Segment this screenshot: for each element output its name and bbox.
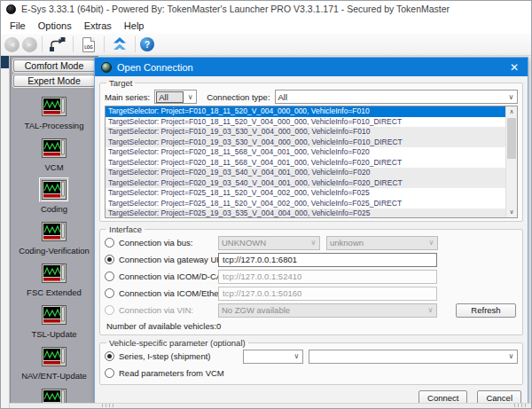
main-series-label: Main series: bbox=[105, 92, 150, 102]
sidebar-item-label: NAV/ENT-Update bbox=[21, 371, 87, 381]
series-istep-row: Series, I-step (shipment) ∨ ∨ bbox=[105, 348, 518, 365]
target-selector-row[interactable]: TargetSelector: Project=F025_18_11_520_V… bbox=[106, 188, 505, 199]
target-legend: Target bbox=[106, 78, 135, 88]
icom-ethernet-label: Connection via ICOM/Ethernet: bbox=[119, 288, 218, 298]
chevron-down-icon: ∨ bbox=[426, 239, 437, 247]
sidebar: Comfort Mode Expert Mode TAL-Processing … bbox=[10, 56, 98, 408]
series-istep-label: Series, I-step (shipment) bbox=[119, 351, 243, 361]
menu-extras[interactable]: Extras bbox=[78, 19, 118, 33]
icom-ethernet-radio[interactable] bbox=[105, 288, 114, 298]
scroll-grip bbox=[102, 404, 116, 407]
main-series-combo[interactable]: All ∨ bbox=[154, 90, 197, 104]
vin-radio bbox=[105, 305, 114, 315]
chevron-down-icon: ∨ bbox=[505, 93, 517, 101]
target-selector-row[interactable]: TargetSelector: Project=F010_19_03_530_V… bbox=[106, 127, 505, 138]
close-icon[interactable]: ✕ bbox=[507, 61, 521, 74]
workspace: Comfort Mode Expert Mode TAL-Processing … bbox=[1, 56, 531, 408]
dialog-title: Open Connection bbox=[117, 62, 193, 73]
bus-radio[interactable] bbox=[105, 238, 114, 248]
open-connection-dialog: Open Connection ✕ Target Main series: Al… bbox=[94, 57, 528, 405]
sidebar-item-nav-ent-update[interactable]: NAV/ENT-Update bbox=[12, 344, 96, 381]
interface-legend: Interface bbox=[106, 224, 145, 234]
target-selector-row[interactable]: TargetSelector: Project=F010_18_11_520_V… bbox=[106, 106, 505, 117]
icom-ethernet-input: tcp://127.0.0.1:50160 bbox=[218, 287, 437, 301]
esys-dialog-icon bbox=[101, 62, 112, 73]
target-selector-rows: TargetSelector: Project=F010_18_11_520_V… bbox=[106, 106, 505, 217]
vehicle-params-group: Vehicle-specific parameter (optional) Se… bbox=[99, 338, 523, 385]
list-vertical-scrollbar[interactable]: ∧ ∨ bbox=[505, 106, 517, 217]
toolbar-separator bbox=[42, 36, 43, 52]
log-file-icon[interactable]: LOG bbox=[78, 35, 99, 54]
sidebar-item-label: FSC Extended bbox=[27, 287, 82, 297]
left-panel-strip bbox=[1, 56, 10, 408]
launcher-chevrons-icon[interactable] bbox=[109, 35, 130, 54]
menu-help[interactable]: Help bbox=[118, 19, 151, 33]
target-selector-row[interactable]: TargetSelector: Project=F020_19_03_540_V… bbox=[106, 178, 505, 189]
read-params-vcm-row: Read parameters from VCM bbox=[105, 365, 518, 381]
open-connection-icon[interactable] bbox=[47, 35, 68, 54]
scrollbar-thumb[interactable] bbox=[507, 118, 516, 159]
chevron-down-icon: ∨ bbox=[184, 93, 196, 101]
bus-label: Connection via bus: bbox=[119, 238, 218, 248]
connection-via-gateway-row: Connection via gateway URL: tcp://127.0.… bbox=[105, 251, 518, 268]
bus-combo-2: unknown ∨ bbox=[326, 236, 438, 250]
chevron-down-icon: ∨ bbox=[425, 306, 436, 314]
back-icon[interactable]: ◄ bbox=[4, 37, 20, 52]
target-selector-row[interactable]: TargetSelector: Project=F020_18_11_568_V… bbox=[106, 158, 505, 169]
menu-bar: File Options Extras Help bbox=[1, 17, 531, 34]
target-selector-row[interactable]: TargetSelector: Project=F020_19_03_540_V… bbox=[106, 168, 505, 178]
sidebar-item-tal-processing[interactable]: TAL-Processing bbox=[12, 94, 96, 130]
sidebar-item-label: VCM bbox=[44, 162, 63, 172]
bus-combo-1: UNKNOWN ∨ bbox=[218, 236, 320, 250]
read-params-vcm-radio[interactable] bbox=[105, 368, 114, 378]
connection-via-icom-ethernet-row: Connection via ICOM/Ethernet: tcp://127.… bbox=[105, 285, 518, 302]
gateway-url-input[interactable]: tcp://127.0.0.1:6801 bbox=[218, 253, 437, 267]
vehicle-params-legend: Vehicle-specific parameter (optional) bbox=[106, 338, 248, 348]
toolbar-separator bbox=[104, 36, 105, 52]
comfort-mode-button[interactable]: Comfort Mode bbox=[13, 59, 95, 72]
target-selector-row[interactable]: TargetSelector: Project=F020_18_11_568_V… bbox=[106, 147, 505, 158]
icom-dcan-radio[interactable] bbox=[105, 271, 114, 281]
read-params-vcm-label: Read parameters from VCM bbox=[119, 368, 224, 378]
ecu-monitor-icon bbox=[39, 94, 69, 119]
connection-via-icom-dcan-row: Connection via ICOM/D-CAN: tcp://127.0.0… bbox=[105, 268, 518, 285]
series-combo[interactable]: ∨ bbox=[243, 350, 303, 364]
scroll-up-icon[interactable]: ∧ bbox=[506, 106, 517, 117]
toolbar-separator bbox=[73, 36, 74, 52]
app-window: E-Sys 3.33.1 (64bit) - Powered By: Token… bbox=[0, 0, 532, 409]
chevron-down-icon: ∨ bbox=[308, 239, 319, 247]
bottom-scroll-strip[interactable] bbox=[10, 403, 531, 408]
connection-via-vin-row: Connection via VIN: No ZGW available ∨ R… bbox=[105, 302, 518, 319]
gateway-label: Connection via gateway URL: bbox=[119, 255, 218, 264]
refresh-button[interactable]: Refresh bbox=[456, 303, 516, 318]
chevron-down-icon: ∨ bbox=[291, 352, 302, 360]
forward-icon[interactable]: ► bbox=[22, 37, 37, 52]
gateway-radio[interactable] bbox=[105, 255, 114, 264]
target-selector-row[interactable]: TargetSelector: Project=F010_19_03_530_V… bbox=[106, 138, 505, 148]
sidebar-item-coding-verification[interactable]: Coding-Verification bbox=[12, 219, 96, 256]
expert-mode-button[interactable]: Expert Mode bbox=[13, 75, 95, 87]
sidebar-item-tsl-update[interactable]: TSL-Update bbox=[12, 303, 96, 339]
connection-type-combo[interactable]: All ∨ bbox=[275, 90, 518, 104]
target-selector-row[interactable]: TargetSelector: Project=F025_18_11_520_V… bbox=[106, 199, 505, 209]
vin-label: Connection via VIN: bbox=[119, 305, 218, 315]
target-selector-list: TargetSelector: Project=F010_18_11_520_V… bbox=[105, 106, 518, 218]
target-selector-row[interactable]: TargetSelector: Project=F010_18_11_520_V… bbox=[106, 117, 505, 128]
connection-via-bus-row: Connection via bus: UNKNOWN ∨ unknown ∨ bbox=[105, 234, 518, 251]
help-icon[interactable]: ? bbox=[140, 37, 154, 51]
sidebar-item-coding[interactable]: Coding bbox=[12, 177, 96, 214]
sidebar-item-label: TAL-Processing bbox=[25, 121, 84, 130]
dialog-titlebar[interactable]: Open Connection ✕ bbox=[95, 58, 528, 76]
ecu-monitor-icon bbox=[39, 136, 69, 161]
istep-combo[interactable]: ∨ bbox=[309, 350, 518, 364]
ecu-monitor-icon bbox=[39, 219, 69, 244]
ecu-monitor-icon bbox=[39, 344, 69, 369]
sidebar-item-vcm[interactable]: VCM bbox=[12, 136, 96, 172]
sidebar-item-fsc-extended[interactable]: FSC Extended bbox=[12, 261, 96, 297]
menu-file[interactable]: File bbox=[4, 19, 32, 33]
target-selector-row[interactable]: TargetSelector: Project=F025_19_03_535_V… bbox=[106, 208, 505, 218]
scroll-down-icon[interactable]: ∨ bbox=[506, 207, 517, 217]
series-istep-radio[interactable] bbox=[105, 351, 114, 361]
menu-options[interactable]: Options bbox=[32, 19, 78, 33]
collapsed-panel-tab[interactable] bbox=[1, 56, 9, 68]
